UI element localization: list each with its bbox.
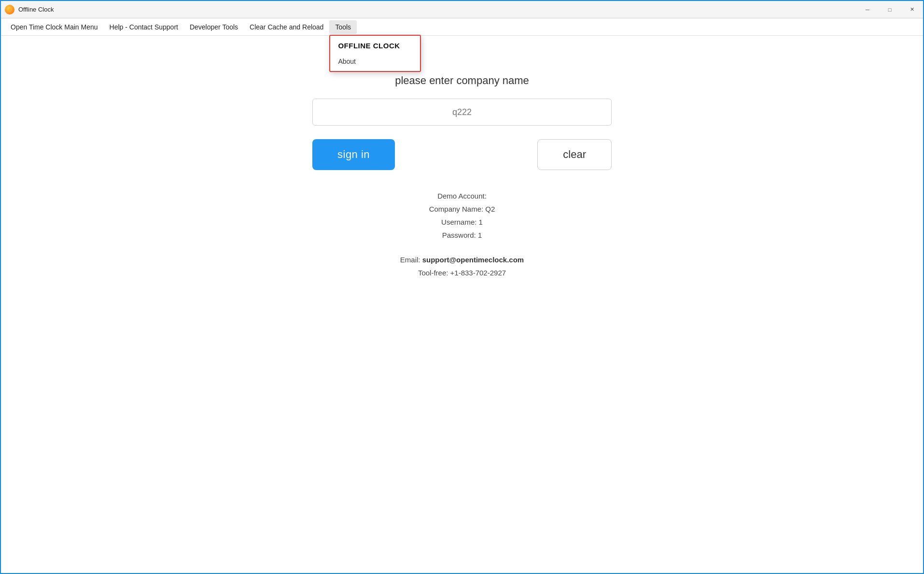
menu-tools[interactable]: Tools (329, 20, 357, 34)
menu-bar: Open Time Clock Main Menu Help - Contact… (1, 18, 923, 36)
tools-offline-clock[interactable]: OFFLINE CLOCK (330, 36, 420, 54)
title-bar: Offline Clock ─ □ ✕ (1, 1, 923, 18)
app-icon (5, 5, 14, 14)
tools-dropdown: OFFLINE CLOCK About (329, 35, 421, 72)
menu-open-main-menu[interactable]: Open Time Clock Main Menu (5, 20, 104, 34)
main-content: please enter company name sign in clear … (1, 36, 923, 573)
email-label: Email: (400, 256, 420, 264)
support-phone-line: Tool-free: +1-833-702-2927 (400, 266, 524, 279)
app-window: Offline Clock ─ □ ✕ Open Time Clock Main… (0, 0, 924, 574)
tools-about[interactable]: About (330, 54, 420, 71)
company-prompt: please enter company name (395, 74, 529, 87)
button-row: sign in clear (312, 139, 612, 170)
support-info: Email: support@opentimeclock.com Tool-fr… (400, 253, 524, 279)
menu-clear-cache[interactable]: Clear Cache and Reload (244, 20, 329, 34)
menu-tools-wrapper: Tools OFFLINE CLOCK About (329, 20, 357, 34)
demo-line3: Username: 1 (429, 215, 495, 229)
email-value: support@opentimeclock.com (422, 256, 524, 264)
company-name-input[interactable] (312, 99, 612, 126)
close-button[interactable]: ✕ (901, 1, 923, 18)
title-bar-controls: ─ □ ✕ (856, 1, 923, 18)
window-title: Offline Clock (18, 6, 54, 13)
sign-in-button[interactable]: sign in (312, 139, 395, 170)
demo-line4: Password: 1 (429, 229, 495, 242)
menu-developer-tools[interactable]: Developer Tools (184, 20, 244, 34)
clear-button[interactable]: clear (537, 139, 612, 170)
demo-line2: Company Name: Q2 (429, 202, 495, 215)
demo-info: Demo Account: Company Name: Q2 Username:… (429, 189, 495, 242)
maximize-button[interactable]: □ (879, 1, 901, 18)
title-bar-left: Offline Clock (5, 5, 54, 14)
demo-line1: Demo Account: (429, 189, 495, 202)
minimize-button[interactable]: ─ (856, 1, 879, 18)
support-email-line: Email: support@opentimeclock.com (400, 253, 524, 266)
company-input-wrapper (312, 99, 612, 126)
menu-help-support[interactable]: Help - Contact Support (104, 20, 184, 34)
